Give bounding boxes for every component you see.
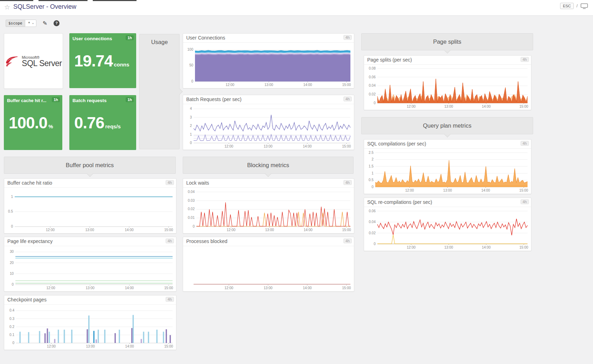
timeframe-badge: 4h xyxy=(343,238,352,243)
chart-title: Buffer cache hit ratio xyxy=(7,180,52,186)
svg-text:14:00: 14:00 xyxy=(125,228,133,232)
timeframe-badge: 4h xyxy=(521,57,529,62)
svg-text:0: 0 xyxy=(12,283,14,286)
svg-text:0.4: 0.4 xyxy=(9,308,14,312)
chart-title: Processes blocked xyxy=(186,238,228,244)
section-header-query-plan-metrics: Query plan metrics xyxy=(361,117,533,134)
chart-canvas-processes-blocked[interactable]: 12:0013:0014:0015:00 xyxy=(183,246,353,291)
svg-text:2.5: 2.5 xyxy=(369,151,374,155)
svg-text:0.06: 0.06 xyxy=(369,75,376,79)
svg-text:13:00: 13:00 xyxy=(443,188,452,192)
svg-text:14:00: 14:00 xyxy=(125,286,134,290)
svg-text:0.1: 0.1 xyxy=(9,333,14,337)
help-icon[interactable]: ? xyxy=(54,20,60,26)
timeframe-badge: 4h xyxy=(343,35,352,40)
svg-text:4: 4 xyxy=(190,107,192,110)
svg-text:0: 0 xyxy=(193,224,195,228)
chart-canvas-batch-requests[interactable]: 0123412:0013:0014:0015:00 xyxy=(183,104,353,149)
svg-text:0.2: 0.2 xyxy=(9,325,14,329)
svg-text:14:00: 14:00 xyxy=(303,286,312,290)
chart-canvas-user-connections[interactable]: 05010012:0013:0014:0015:00 xyxy=(183,43,353,87)
svg-text:13:00: 13:00 xyxy=(265,228,274,232)
svg-text:14:00: 14:00 xyxy=(303,83,312,87)
svg-text:1: 1 xyxy=(371,171,374,175)
edit-dashboard-icon[interactable]: ✎ xyxy=(43,20,47,27)
svg-text:20: 20 xyxy=(10,261,14,265)
svg-text:13:00: 13:00 xyxy=(86,286,95,290)
chart-card-page-splits: Page splits (per sec)4h 00.020.040.060.0… xyxy=(364,55,531,110)
svg-text:0: 0 xyxy=(374,101,376,105)
chart-card-processes-blocked: Processes blocked4h 12:0013:0014:0015:00 xyxy=(183,237,354,292)
svg-text:0: 0 xyxy=(190,141,192,145)
svg-text:15:00: 15:00 xyxy=(519,188,528,192)
svg-text:0: 0 xyxy=(371,185,374,189)
browser-chrome-fragment xyxy=(93,0,137,1)
chart-canvas-page-life-expectancy[interactable]: 010203012:0013:0014:0015:00 xyxy=(4,246,175,291)
svg-text:13:00: 13:00 xyxy=(264,83,273,87)
chart-card-lock-waits: Lock waits4h 00.010.020.030.0412:0013:00… xyxy=(183,178,354,234)
chart-title: Page life expectancy xyxy=(7,238,53,244)
svg-text:0: 0 xyxy=(374,242,376,246)
chart-canvas-checkpoint-pages[interactable]: 00.10.20.30.412:0013:0014:0015:00 xyxy=(4,305,175,349)
query-value-tile-batch-requests: Batch requests 1h 0.76reqs/s xyxy=(69,95,136,150)
svg-text:12:00: 12:00 xyxy=(225,83,234,87)
svg-text:15:00: 15:00 xyxy=(164,344,173,348)
svg-text:12:00: 12:00 xyxy=(407,245,416,249)
chart-canvas-lock-waits[interactable]: 00.010.020.030.0412:0013:0014:0015:00 xyxy=(183,188,353,233)
svg-text:13:00: 13:00 xyxy=(264,144,272,148)
svg-text:10: 10 xyxy=(10,272,14,276)
svg-text:0.5: 0.5 xyxy=(369,178,374,182)
scope-template-variable[interactable]: $scope *▾ xyxy=(6,20,36,27)
svg-text:12:00: 12:00 xyxy=(47,344,56,348)
svg-text:0: 0 xyxy=(11,224,13,228)
svg-text:0.06: 0.06 xyxy=(369,209,376,213)
timeframe-badge: 1h xyxy=(126,35,134,40)
query-value-tile-buffer-cache: Buffer cache hit r... 1h 100.0% xyxy=(4,95,62,150)
query-value-tile-user-connections: User connections 1h 19.74conns xyxy=(69,33,136,88)
chart-title: User Connections xyxy=(186,35,225,41)
chart-title: Checkpoint pages xyxy=(7,297,47,302)
chart-canvas-page-splits[interactable]: 00.020.040.060.0812:0013:0014:0015:00 xyxy=(364,65,530,109)
tile-unit: reqs/s xyxy=(105,123,121,129)
sqlserver-swoosh-icon xyxy=(5,55,20,68)
section-header-page-splits: Page splits xyxy=(361,33,533,50)
section-header-buffer-pool-metrics: Buffer pool metrics xyxy=(4,157,176,174)
logo-sqlserver-label: SQL Server xyxy=(22,59,62,67)
page-title: SQLServer - Overview xyxy=(13,3,76,10)
chart-canvas-buffer-cache-hit-ratio[interactable]: 00.5112:0013:0014:0015:00 xyxy=(4,188,175,233)
timeframe-badge: 4h xyxy=(343,180,352,185)
esc-key-button[interactable]: ESC xyxy=(560,3,574,9)
header-bar: ☆ SQLServer - Overview ESC / xyxy=(0,0,593,16)
svg-text:0: 0 xyxy=(191,79,193,83)
svg-text:15:00: 15:00 xyxy=(519,105,528,108)
chart-canvas-sql-compilations[interactable]: 00.511.522.512:0013:0014:0015:00 xyxy=(364,149,530,193)
svg-text:0.02: 0.02 xyxy=(369,231,376,235)
tile-title: Buffer cache hit r... xyxy=(7,98,47,103)
svg-text:14:00: 14:00 xyxy=(125,344,134,348)
svg-text:0.02: 0.02 xyxy=(369,92,376,96)
svg-text:12:00: 12:00 xyxy=(224,286,233,290)
svg-text:15:00: 15:00 xyxy=(519,245,528,249)
chart-card-buffer-cache-hit-ratio: Buffer cache hit ratio4h 00.5112:0013:00… xyxy=(4,178,176,234)
timeframe-badge: 4h xyxy=(166,238,174,243)
scope-value-dropdown[interactable]: *▾ xyxy=(25,20,36,27)
svg-text:14:00: 14:00 xyxy=(482,245,490,249)
browser-chrome-fragment xyxy=(39,0,88,1)
tile-title: User connections xyxy=(72,36,112,41)
tile-value: 19.74 xyxy=(74,51,113,70)
tile-title: Batch requests xyxy=(72,98,107,103)
tile-unit: % xyxy=(48,123,53,129)
svg-text:13:00: 13:00 xyxy=(85,228,94,232)
favorite-star-icon[interactable]: ☆ xyxy=(4,3,10,11)
svg-text:0.04: 0.04 xyxy=(369,84,376,87)
chart-card-user-connections: User Connections4h 05010012:0013:0014:00… xyxy=(183,33,354,88)
svg-text:12:00: 12:00 xyxy=(224,144,233,148)
chart-title: SQL re-compilations (per sec) xyxy=(367,199,432,205)
svg-text:15:00: 15:00 xyxy=(164,286,173,290)
svg-text:2: 2 xyxy=(190,124,192,128)
tv-mode-icon[interactable] xyxy=(580,3,588,9)
timeframe-badge: 4h xyxy=(521,141,529,146)
chart-canvas-sql-recompilations[interactable]: 00.020.040.0612:0013:0014:0015:00 xyxy=(364,207,530,250)
timeframe-badge: 4h xyxy=(166,297,174,302)
svg-text:12:00: 12:00 xyxy=(46,228,55,232)
